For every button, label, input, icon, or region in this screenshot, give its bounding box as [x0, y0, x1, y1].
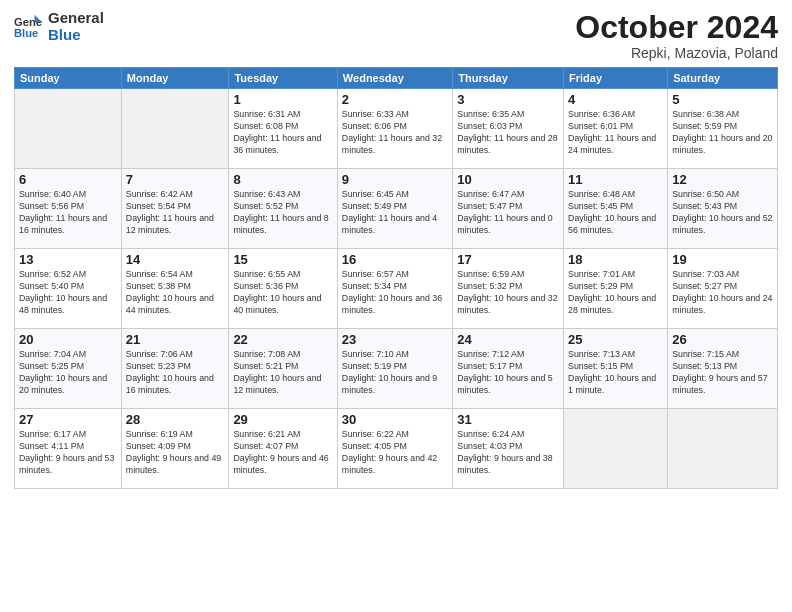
col-thursday: Thursday — [453, 68, 564, 89]
sunrise: Sunrise: 6:57 AM — [342, 269, 409, 279]
day-info: Sunrise: 6:59 AM Sunset: 5:32 PM Dayligh… — [457, 269, 559, 317]
sunset: Sunset: 5:40 PM — [19, 281, 84, 291]
day-info: Sunrise: 6:33 AM Sunset: 6:06 PM Dayligh… — [342, 109, 448, 157]
day-cell: 13 Sunrise: 6:52 AM Sunset: 5:40 PM Dayl… — [15, 249, 122, 329]
day-number: 28 — [126, 412, 225, 427]
day-cell: 24 Sunrise: 7:12 AM Sunset: 5:17 PM Dayl… — [453, 329, 564, 409]
day-info: Sunrise: 6:22 AM Sunset: 4:05 PM Dayligh… — [342, 429, 448, 477]
day-number: 1 — [233, 92, 332, 107]
day-number: 6 — [19, 172, 117, 187]
sunrise: Sunrise: 6:54 AM — [126, 269, 193, 279]
sunset: Sunset: 5:25 PM — [19, 361, 84, 371]
week-row-1: 1 Sunrise: 6:31 AM Sunset: 6:08 PM Dayli… — [15, 89, 778, 169]
sunset: Sunset: 5:19 PM — [342, 361, 407, 371]
sunrise: Sunrise: 6:50 AM — [672, 189, 739, 199]
day-cell: 6 Sunrise: 6:40 AM Sunset: 5:56 PM Dayli… — [15, 169, 122, 249]
day-number: 14 — [126, 252, 225, 267]
day-cell: 17 Sunrise: 6:59 AM Sunset: 5:32 PM Dayl… — [453, 249, 564, 329]
daylight: Daylight: 10 hours and 20 minutes. — [19, 373, 107, 395]
col-sunday: Sunday — [15, 68, 122, 89]
sunset: Sunset: 4:03 PM — [457, 441, 522, 451]
day-cell — [15, 89, 122, 169]
day-cell: 28 Sunrise: 6:19 AM Sunset: 4:09 PM Dayl… — [121, 409, 229, 489]
sunrise: Sunrise: 7:15 AM — [672, 349, 739, 359]
logo-blue: Blue — [48, 27, 104, 44]
daylight: Daylight: 10 hours and 1 minute. — [568, 373, 656, 395]
sunrise: Sunrise: 6:45 AM — [342, 189, 409, 199]
day-cell: 27 Sunrise: 6:17 AM Sunset: 4:11 PM Dayl… — [15, 409, 122, 489]
day-info: Sunrise: 6:36 AM Sunset: 6:01 PM Dayligh… — [568, 109, 663, 157]
day-number: 12 — [672, 172, 773, 187]
day-cell: 18 Sunrise: 7:01 AM Sunset: 5:29 PM Dayl… — [564, 249, 668, 329]
daylight: Daylight: 11 hours and 32 minutes. — [342, 133, 442, 155]
day-cell — [668, 409, 778, 489]
day-cell: 2 Sunrise: 6:33 AM Sunset: 6:06 PM Dayli… — [337, 89, 452, 169]
sunrise: Sunrise: 6:31 AM — [233, 109, 300, 119]
sunset: Sunset: 6:01 PM — [568, 121, 633, 131]
day-number: 2 — [342, 92, 448, 107]
day-info: Sunrise: 6:24 AM Sunset: 4:03 PM Dayligh… — [457, 429, 559, 477]
daylight: Daylight: 9 hours and 49 minutes. — [126, 453, 221, 475]
day-info: Sunrise: 7:01 AM Sunset: 5:29 PM Dayligh… — [568, 269, 663, 317]
sunset: Sunset: 4:09 PM — [126, 441, 191, 451]
sunrise: Sunrise: 6:24 AM — [457, 429, 524, 439]
day-info: Sunrise: 6:31 AM Sunset: 6:08 PM Dayligh… — [233, 109, 332, 157]
day-cell: 23 Sunrise: 7:10 AM Sunset: 5:19 PM Dayl… — [337, 329, 452, 409]
day-cell: 26 Sunrise: 7:15 AM Sunset: 5:13 PM Dayl… — [668, 329, 778, 409]
day-info: Sunrise: 6:52 AM Sunset: 5:40 PM Dayligh… — [19, 269, 117, 317]
sunset: Sunset: 4:07 PM — [233, 441, 298, 451]
daylight: Daylight: 10 hours and 40 minutes. — [233, 293, 321, 315]
week-row-4: 20 Sunrise: 7:04 AM Sunset: 5:25 PM Dayl… — [15, 329, 778, 409]
day-number: 17 — [457, 252, 559, 267]
sunset: Sunset: 5:56 PM — [19, 201, 84, 211]
day-number: 11 — [568, 172, 663, 187]
sunrise: Sunrise: 6:47 AM — [457, 189, 524, 199]
sunrise: Sunrise: 6:21 AM — [233, 429, 300, 439]
daylight: Daylight: 9 hours and 42 minutes. — [342, 453, 437, 475]
sunrise: Sunrise: 7:06 AM — [126, 349, 193, 359]
day-number: 10 — [457, 172, 559, 187]
day-cell: 7 Sunrise: 6:42 AM Sunset: 5:54 PM Dayli… — [121, 169, 229, 249]
sunset: Sunset: 5:32 PM — [457, 281, 522, 291]
day-cell: 8 Sunrise: 6:43 AM Sunset: 5:52 PM Dayli… — [229, 169, 337, 249]
daylight: Daylight: 10 hours and 5 minutes. — [457, 373, 552, 395]
header: General Blue General Blue October 2024 R… — [14, 10, 778, 61]
daylight: Daylight: 9 hours and 57 minutes. — [672, 373, 767, 395]
sunrise: Sunrise: 6:59 AM — [457, 269, 524, 279]
daylight: Daylight: 11 hours and 28 minutes. — [457, 133, 557, 155]
day-info: Sunrise: 7:04 AM Sunset: 5:25 PM Dayligh… — [19, 349, 117, 397]
daylight: Daylight: 10 hours and 44 minutes. — [126, 293, 214, 315]
day-cell: 21 Sunrise: 7:06 AM Sunset: 5:23 PM Dayl… — [121, 329, 229, 409]
day-cell: 22 Sunrise: 7:08 AM Sunset: 5:21 PM Dayl… — [229, 329, 337, 409]
daylight: Daylight: 9 hours and 38 minutes. — [457, 453, 552, 475]
day-number: 9 — [342, 172, 448, 187]
daylight: Daylight: 10 hours and 28 minutes. — [568, 293, 656, 315]
calendar-table: Sunday Monday Tuesday Wednesday Thursday… — [14, 67, 778, 489]
day-cell: 19 Sunrise: 7:03 AM Sunset: 5:27 PM Dayl… — [668, 249, 778, 329]
col-monday: Monday — [121, 68, 229, 89]
sunrise: Sunrise: 7:10 AM — [342, 349, 409, 359]
sunset: Sunset: 5:29 PM — [568, 281, 633, 291]
daylight: Daylight: 11 hours and 20 minutes. — [672, 133, 772, 155]
day-number: 18 — [568, 252, 663, 267]
sunrise: Sunrise: 6:22 AM — [342, 429, 409, 439]
sunrise: Sunrise: 6:42 AM — [126, 189, 193, 199]
day-number: 13 — [19, 252, 117, 267]
day-info: Sunrise: 6:55 AM Sunset: 5:36 PM Dayligh… — [233, 269, 332, 317]
sunrise: Sunrise: 6:19 AM — [126, 429, 193, 439]
sunset: Sunset: 6:08 PM — [233, 121, 298, 131]
daylight: Daylight: 10 hours and 32 minutes. — [457, 293, 557, 315]
day-info: Sunrise: 6:38 AM Sunset: 5:59 PM Dayligh… — [672, 109, 773, 157]
logo: General Blue General Blue — [14, 10, 104, 43]
sunset: Sunset: 5:27 PM — [672, 281, 737, 291]
logo-general: General — [48, 10, 104, 27]
sunrise: Sunrise: 6:48 AM — [568, 189, 635, 199]
sunset: Sunset: 5:23 PM — [126, 361, 191, 371]
sunset: Sunset: 5:47 PM — [457, 201, 522, 211]
week-row-5: 27 Sunrise: 6:17 AM Sunset: 4:11 PM Dayl… — [15, 409, 778, 489]
daylight: Daylight: 10 hours and 16 minutes. — [126, 373, 214, 395]
day-info: Sunrise: 6:21 AM Sunset: 4:07 PM Dayligh… — [233, 429, 332, 477]
daylight: Daylight: 11 hours and 12 minutes. — [126, 213, 214, 235]
sunset: Sunset: 5:15 PM — [568, 361, 633, 371]
sunrise: Sunrise: 6:55 AM — [233, 269, 300, 279]
